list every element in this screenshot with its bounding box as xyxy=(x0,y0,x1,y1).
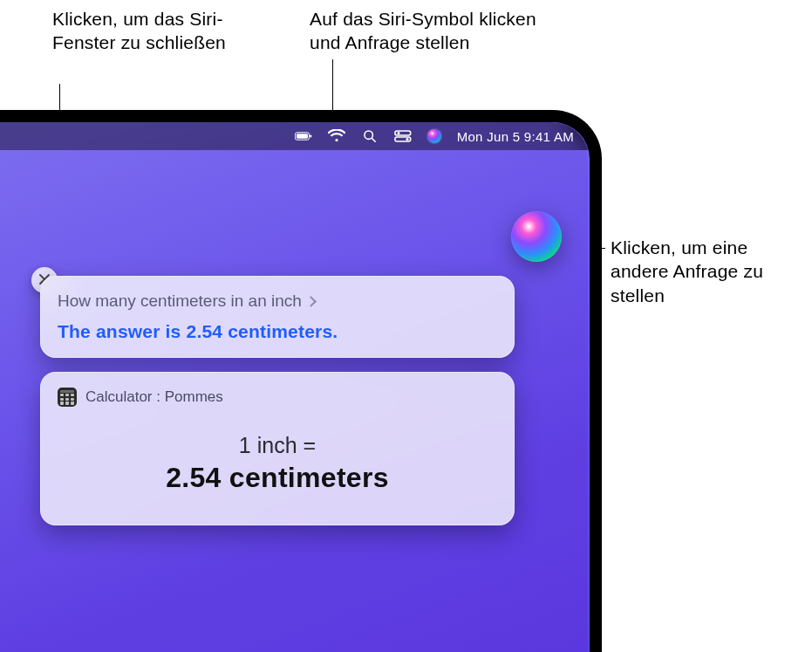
siri-query-row[interactable]: How many centimeters in an inch xyxy=(58,292,497,311)
calculator-to: 2.54 centimeters xyxy=(58,462,497,494)
chevron-right-icon xyxy=(305,296,317,307)
menu-bar-datetime[interactable]: Mon Jun 5 9:41 AM xyxy=(457,129,574,144)
search-icon[interactable] xyxy=(361,129,379,143)
svg-rect-2 xyxy=(310,134,311,137)
callout-close: Klicken, um das Siri-Fenster zu schließe… xyxy=(52,7,244,55)
device-frame: Mon Jun 5 9:41 AM How many centimeters i… xyxy=(0,110,602,652)
siri-query-text: How many centimeters in an inch xyxy=(58,292,302,311)
calculator-header: Calculator : Pommes xyxy=(58,388,497,407)
siri-menu-icon[interactable] xyxy=(427,129,441,143)
svg-rect-1 xyxy=(297,134,308,138)
calculator-icon xyxy=(58,388,77,407)
siri-answer-text: The answer is 2.54 centimeters. xyxy=(58,321,497,342)
calculator-title: Calculator : Pommes xyxy=(85,388,223,406)
siri-orb-button[interactable] xyxy=(511,211,562,262)
callout-siri-menu: Auf das Siri-Symbol klicken und Anfrage … xyxy=(310,7,554,55)
calculator-card[interactable]: Calculator : Pommes 1 inch = 2.54 centim… xyxy=(40,372,515,525)
wifi-icon[interactable] xyxy=(328,129,345,143)
desktop: Mon Jun 5 9:41 AM How many centimeters i… xyxy=(0,122,590,652)
svg-point-6 xyxy=(397,132,399,134)
callout-orb: Klicken, um eine andere Anfrage zu stell… xyxy=(611,236,785,307)
calculator-body: 1 inch = 2.54 centimeters xyxy=(58,433,497,510)
siri-results: How many centimeters in an inch The answ… xyxy=(40,276,515,525)
control-center-icon[interactable] xyxy=(394,129,412,143)
menu-bar: Mon Jun 5 9:41 AM xyxy=(0,122,590,150)
svg-point-8 xyxy=(406,138,408,141)
svg-line-4 xyxy=(372,138,375,141)
battery-icon[interactable] xyxy=(295,129,312,143)
siri-answer-card[interactable]: How many centimeters in an inch The answ… xyxy=(40,276,515,358)
calculator-from: 1 inch = xyxy=(58,433,497,458)
